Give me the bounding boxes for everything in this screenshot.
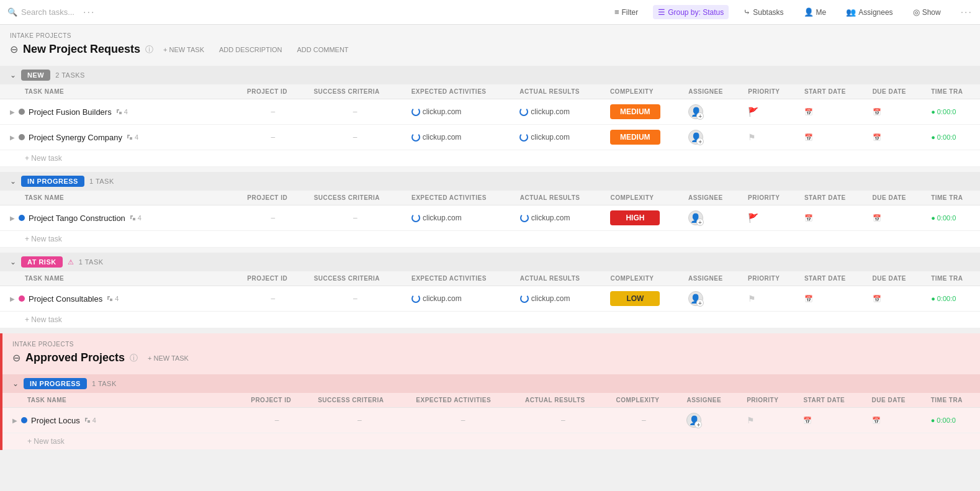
- expand-arrow[interactable]: ▶: [10, 134, 15, 141]
- search-area: 🔍 Search tasks... ···: [7, 7, 609, 18]
- section-title-row-1: ⊖ New Project Requests ⓘ + NEW TASK ADD …: [0, 42, 980, 61]
- col-complexity-ip: COMPLEXITY: [603, 191, 681, 205]
- new-task-row[interactable]: + New task: [2, 433, 980, 450]
- task-name[interactable]: Project Locus: [31, 416, 80, 425]
- actual-results-cell: clickup.com: [512, 125, 603, 150]
- expand-arrow[interactable]: ▶: [12, 417, 17, 424]
- priority-flag[interactable]: ⚑: [748, 132, 756, 142]
- priority-cell: 🚩: [740, 205, 797, 231]
- table-row: ▶ Project Locus 4 – –: [2, 408, 980, 433]
- col-priority-aip: PRIORITY: [739, 393, 796, 408]
- group-collapse-inprogress[interactable]: ⌄: [10, 177, 16, 186]
- main-content: Intake Projects ⊖ New Project Requests ⓘ…: [0, 25, 980, 450]
- status-badge-inprogress: IN PROGRESS: [21, 176, 84, 187]
- new-task-inline-btn-1[interactable]: + NEW TASK: [158, 45, 209, 55]
- due-date-cell[interactable]: 📅: [865, 286, 924, 312]
- priority-flag[interactable]: 🚩: [748, 213, 758, 223]
- topbar-more-icon[interactable]: ···: [961, 7, 973, 18]
- task-count-inprogress: 1 TASK: [89, 178, 114, 185]
- col-priority-ar: PRIORITY: [740, 271, 797, 286]
- avatar[interactable]: 👤 +: [688, 130, 703, 145]
- complexity-cell: LOW: [603, 286, 681, 312]
- assignees-button[interactable]: 👥 Assignees: [841, 5, 897, 19]
- col-task-name-ip: Task Name: [0, 191, 240, 205]
- timer-cell[interactable]: ●0:00:0: [924, 99, 980, 125]
- new-task-row[interactable]: + New task: [0, 312, 980, 328]
- new-task-label[interactable]: + New task: [2, 433, 980, 450]
- expand-arrow[interactable]: ▶: [10, 295, 15, 302]
- col-start-date-ip: START DATE: [797, 191, 865, 205]
- search-input[interactable]: Search tasks...: [21, 7, 74, 17]
- complexity-badge: MEDIUM: [610, 130, 660, 145]
- complexity-badge: LOW: [610, 291, 660, 306]
- start-date-cell[interactable]: 📅: [796, 408, 864, 433]
- me-button[interactable]: 👤 Me: [799, 5, 832, 19]
- assignee-cell[interactable]: 👤 +: [681, 286, 740, 312]
- collapse-button-2[interactable]: ⊖: [12, 352, 20, 364]
- new-task-row[interactable]: + New task: [0, 150, 980, 167]
- due-date-cell[interactable]: 📅: [865, 205, 924, 231]
- assignee-cell[interactable]: 👤 +: [681, 99, 740, 125]
- actual-results-cell: clickup.com: [513, 205, 603, 231]
- task-name-cell: ▶ Project Tango Construction 4: [0, 205, 240, 231]
- col-start-date-aip: START DATE: [796, 393, 864, 408]
- subtasks-button[interactable]: ⤷ Subtasks: [739, 5, 788, 19]
- col-project-id-new: PROJECT ID: [240, 84, 306, 99]
- task-dot: [19, 215, 25, 221]
- task-name[interactable]: Project Tango Construction: [29, 214, 125, 223]
- timer-cell[interactable]: ●0:00:0: [924, 205, 980, 231]
- new-task-inline-btn-2[interactable]: + NEW TASK: [143, 353, 194, 363]
- timer-cell[interactable]: ●0:00:0: [924, 286, 980, 312]
- start-date-cell[interactable]: 📅: [797, 205, 865, 231]
- assignee-cell[interactable]: 👤 +: [681, 205, 740, 231]
- show-button[interactable]: ◎ Show: [908, 5, 946, 19]
- priority-flag[interactable]: 🚩: [748, 107, 758, 117]
- priority-flag[interactable]: ⚑: [747, 415, 755, 425]
- timer-cell[interactable]: ●0:00:0: [924, 125, 980, 150]
- more-options-icon[interactable]: ···: [83, 7, 95, 18]
- timer-cell[interactable]: ●0:00:0: [924, 408, 980, 433]
- complexity-cell: HIGH: [603, 205, 681, 231]
- loading-spinner: [519, 107, 528, 116]
- avatar[interactable]: 👤 +: [686, 413, 701, 428]
- col-complexity-ar: COMPLEXITY: [603, 271, 681, 286]
- assignee-cell[interactable]: 👤 +: [679, 408, 739, 433]
- atrisk-warning-icon: ⚠: [68, 258, 74, 266]
- task-name[interactable]: Project Fusion Builders: [29, 107, 112, 117]
- col-priority-ip: PRIORITY: [740, 191, 797, 205]
- add-description-btn-1[interactable]: ADD DESCRIPTION: [214, 45, 287, 55]
- new-task-label[interactable]: + New task: [0, 150, 980, 167]
- section-new-project-requests: Intake Projects ⊖ New Project Requests ⓘ…: [0, 25, 980, 328]
- start-date-cell[interactable]: 📅: [797, 125, 865, 150]
- col-success-criteria-ip: SUCCESS CRITERIA: [307, 191, 404, 205]
- due-date-cell[interactable]: 📅: [865, 125, 924, 150]
- assignee-cell[interactable]: 👤 +: [681, 125, 740, 150]
- due-date-cell[interactable]: 📅: [865, 99, 924, 125]
- start-date-cell[interactable]: 📅: [797, 286, 865, 312]
- add-comment-btn-1[interactable]: ADD COMMENT: [292, 45, 353, 55]
- group-collapse-atrisk[interactable]: ⌄: [10, 258, 16, 266]
- due-date-cell[interactable]: 📅: [865, 408, 924, 433]
- col-due-date-ar: DUE DATE: [865, 271, 924, 286]
- avatar[interactable]: 👤 +: [688, 291, 703, 306]
- new-task-label[interactable]: + New task: [0, 312, 980, 328]
- filter-button[interactable]: ≡ Filter: [609, 5, 643, 19]
- avatar[interactable]: 👤 +: [688, 210, 703, 225]
- expand-arrow[interactable]: ▶: [10, 215, 15, 222]
- group-collapse-approved-ip[interactable]: ⌄: [12, 379, 19, 388]
- subtasks-icon: ⤷: [744, 7, 750, 17]
- collapse-button-1[interactable]: ⊖: [10, 43, 18, 55]
- group-by-status-button[interactable]: ☰ Group by: Status: [653, 5, 729, 19]
- info-icon-1[interactable]: ⓘ: [145, 44, 153, 55]
- task-name[interactable]: Project Synergy Company: [29, 133, 122, 142]
- priority-flag[interactable]: ⚑: [748, 294, 756, 304]
- group-collapse-new[interactable]: ⌄: [10, 71, 16, 79]
- start-date-cell[interactable]: 📅: [797, 99, 865, 125]
- task-name[interactable]: Project Consultables: [29, 294, 102, 304]
- expand-arrow[interactable]: ▶: [10, 109, 15, 115]
- info-icon-2[interactable]: ⓘ: [130, 353, 138, 364]
- avatar[interactable]: 👤 +: [688, 104, 703, 119]
- new-task-row[interactable]: + New task: [0, 231, 980, 248]
- expected-activities-cell: clickup.com: [404, 99, 513, 125]
- new-task-label[interactable]: + New task: [0, 231, 980, 248]
